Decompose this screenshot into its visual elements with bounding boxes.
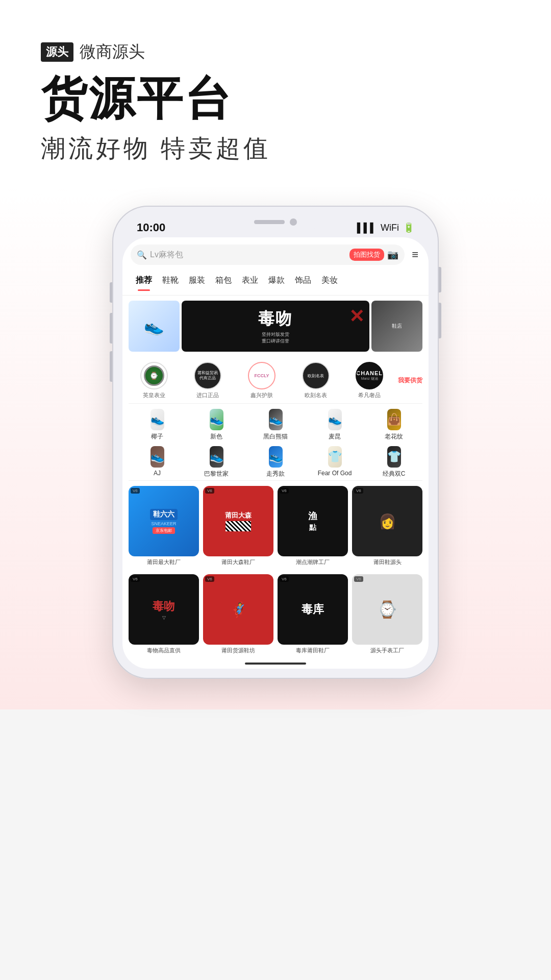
tab-cosmetics[interactable]: 美妆 <box>316 272 343 289</box>
supplier-circle-4: 欧刻名表 <box>302 362 330 389</box>
lv-image: 👜 <box>387 409 401 430</box>
supplier-label-2: 进口正品 <box>196 391 219 399</box>
store-ptdaisen-label: 莆田大森鞋厂 <box>221 558 255 566</box>
supplier-item-4[interactable]: 欧刻名表 欧刻名表 <box>290 362 341 399</box>
store-logo-trend2: 點 <box>309 523 316 532</box>
store-poison-image: V6 毒吻 ▽ <box>129 574 199 645</box>
status-time: 10:00 <box>137 221 165 234</box>
product-mcqueen[interactable]: 👟 麦昆 <box>305 409 364 441</box>
supplier-item-2[interactable]: 莆和益贸易代有正品 进口正品 <box>183 362 234 399</box>
filter-button[interactable]: ≡ <box>410 248 420 261</box>
speaker <box>254 220 285 224</box>
store-ptmax[interactable]: V6 鞋六六 SNEAKEER 京东包邮 莆田最大鞋厂 <box>129 486 199 566</box>
tab-clothing[interactable]: 服装 <box>184 272 210 289</box>
fog-image: 👕 <box>328 446 342 468</box>
product-lv[interactable]: 👜 老花纹 <box>364 409 423 441</box>
tab-watches[interactable]: 表业 <box>237 272 263 289</box>
volume-up-button <box>110 313 112 344</box>
banner-center[interactable]: 毒吻 坚持对版发货 重口碑讲信誉 ✕ <box>182 301 369 352</box>
store-anime-image: V6 🦸 <box>203 574 273 645</box>
store-duku[interactable]: V6 毒库 毒库莆田鞋厂 <box>278 574 348 654</box>
camera-icon[interactable]: 📷 <box>387 249 398 260</box>
mcqueen-label: 麦昆 <box>329 432 341 441</box>
store-ptsource[interactable]: V6 👩 莆田鞋源头 <box>352 486 422 566</box>
v6-badge-5: V6 <box>131 576 140 582</box>
supplier-label-5: 希凡奢品 <box>358 391 381 399</box>
product-coconut[interactable]: 👟 椰子 <box>128 409 187 441</box>
tab-bags[interactable]: 箱包 <box>210 272 237 289</box>
store-logo-ptmax-sub: SNEAKEER <box>151 521 176 526</box>
supplier-circle-2: 莆和益贸易代有正品 <box>194 362 221 389</box>
product-doublee[interactable]: 👕 经典双C <box>364 446 423 478</box>
poison-sub: ▽ <box>162 615 166 620</box>
product-fog[interactable]: 👕 Fear Of God <box>305 446 364 478</box>
product-aj[interactable]: 👟 AJ <box>128 446 187 478</box>
banner-brand: 毒吻 <box>258 308 293 330</box>
supplier-logo-4: 欧刻名表 <box>308 373 324 379</box>
tab-recommended[interactable]: 推荐 <box>131 272 157 289</box>
banner-right[interactable]: 鞋店 <box>371 301 422 352</box>
phone-frame: 10:00 ▌▌▌ WiFi 🔋 🔍 Lv麻将包 拍图找货 📷 ≡ <box>112 206 439 679</box>
supplier-section: ⌚ 英皇表业 莆和益贸易代有正品 进口正品 FCCLY <box>122 357 429 402</box>
watch-icon: ⌚ <box>377 600 397 619</box>
photo-search-button[interactable]: 拍图找货 <box>349 249 384 261</box>
newcolor-image: 👟 <box>210 409 223 430</box>
banner-left-image: 👟 <box>129 301 180 352</box>
coconut-image: 👟 <box>151 409 164 430</box>
aj-label: AJ <box>154 470 161 477</box>
supplier-item-1[interactable]: ⌚ 英皇表业 <box>129 362 180 399</box>
jd-badge: 京东包邮 <box>153 527 175 534</box>
brand-badge: 源头 微商源头 <box>41 41 145 63</box>
store-poison[interactable]: V6 毒吻 ▽ 毒物高品直供 <box>129 574 199 654</box>
supplier-logo-3: FCCLY <box>254 373 269 378</box>
mcqueen-image: 👟 <box>328 409 342 430</box>
store-watch[interactable]: V6 ⌚ 源头手表工厂 <box>352 574 422 654</box>
search-icon: 🔍 <box>137 250 147 260</box>
supplier-label-3: 鑫兴护肤 <box>251 391 273 399</box>
supply-button[interactable]: 我要供货 <box>398 376 422 385</box>
home-indicator <box>245 663 306 665</box>
supplier-item-5[interactable]: CHANEL Manz 燧涵 希凡奢品 <box>344 362 395 399</box>
sneakers-row-2: 👟 AJ 👟 巴黎世家 👟 走秀款 <box>122 442 429 479</box>
balenciaga-image: 👟 <box>210 446 223 468</box>
banner-tagline2: 重口碑讲信誉 <box>258 338 293 345</box>
product-runway[interactable]: 👟 走秀款 <box>246 446 305 478</box>
v6-badge-3: V6 <box>280 488 289 494</box>
v6-badge-2: V6 <box>205 488 214 494</box>
store-person-icon: 👩 <box>379 513 396 530</box>
tab-jewelry[interactable]: 饰品 <box>290 272 316 289</box>
mute-button <box>110 282 112 303</box>
volume-down-button <box>439 303 441 338</box>
tab-trending[interactable]: 爆款 <box>263 272 290 289</box>
store-ptmax-image: V6 鞋六六 SNEAKEER 京东包邮 <box>129 486 199 556</box>
banner-left[interactable]: 👟 <box>129 301 180 352</box>
supplier-label-4: 欧刻名表 <box>305 391 327 399</box>
search-placeholder: Lv麻将包 <box>150 250 349 260</box>
product-newcolor[interactable]: 👟 新色 <box>187 409 246 441</box>
power-button <box>439 267 441 292</box>
store-logo-ptdaisen: 莆田大森 <box>225 511 252 520</box>
phone-notch <box>230 215 321 229</box>
store-watch-image: V6 ⌚ <box>352 574 422 645</box>
store-trend-label: 潮点潮牌工厂 <box>296 558 330 566</box>
supplier-item-3[interactable]: FCCLY 鑫兴护肤 <box>236 362 287 399</box>
runway-image: 👟 <box>269 446 283 468</box>
v6-badge: V6 <box>131 488 140 494</box>
supply-btn-label: 我要供货 <box>398 376 422 385</box>
store-ptsource-inner: 👩 <box>352 486 422 556</box>
product-balenciaga[interactable]: 👟 巴黎世家 <box>187 446 246 478</box>
product-panda[interactable]: 👟 黑白熊猫 <box>246 409 305 441</box>
store-poison-inner: 毒吻 ▽ <box>129 574 199 645</box>
runway-label: 走秀款 <box>266 470 285 478</box>
search-input-wrap[interactable]: 🔍 Lv麻将包 拍图找货 📷 <box>131 244 405 265</box>
store-duku-image: V6 毒库 <box>278 574 348 645</box>
volume-down-button-left <box>110 351 112 382</box>
store-trend[interactable]: V6 渔 點 潮点潮牌工厂 <box>278 486 348 566</box>
divider-2 <box>129 480 422 481</box>
tab-shoes[interactable]: 鞋靴 <box>157 272 184 289</box>
battery-icon: 🔋 <box>403 222 414 233</box>
store-ptdaisen[interactable]: V6 莆田大森 莆田大森鞋厂 <box>203 486 273 566</box>
banner-tagline1: 坚持对版发货 <box>258 331 293 338</box>
store-anime[interactable]: V6 🦸 莆田货源鞋坊 <box>203 574 273 654</box>
coconut-label: 椰子 <box>151 432 163 441</box>
